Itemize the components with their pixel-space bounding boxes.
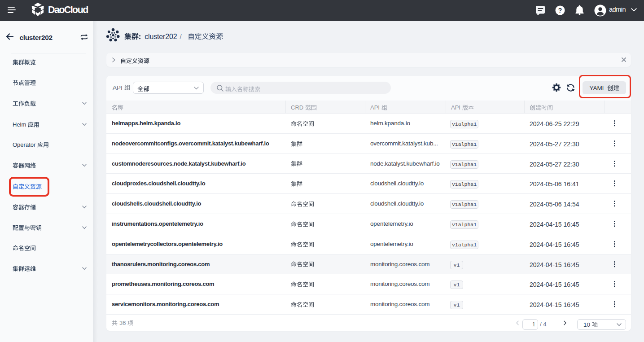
svg-text:?: ? (558, 7, 562, 14)
